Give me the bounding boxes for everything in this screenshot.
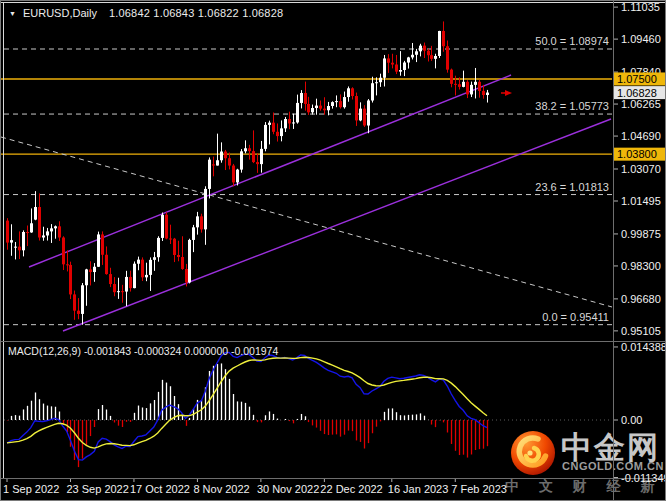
- price-tag-label: 1.07500: [617, 73, 657, 85]
- chart-window: 50.0 = 1.0897438.2 = 1.0577323.6 = 1.018…: [0, 0, 666, 501]
- price-axis-label: 1.06265: [621, 98, 661, 110]
- symbol-dropdown-icon[interactable]: ▼: [9, 10, 16, 17]
- price-axis-label: 1.01495: [621, 195, 661, 207]
- macd-axis-label: 0.00: [621, 414, 642, 426]
- ohlc-values: 1.06842 1.06843 1.06822 1.06828: [109, 7, 283, 19]
- price-tag-label: 1.03800: [617, 148, 657, 160]
- price-axis[interactable]: 1.110351.094601.078401.062651.046901.030…: [614, 1, 666, 337]
- date-axis-label: 30 Nov 2022: [257, 483, 319, 495]
- price-axis-label: 0.95105: [621, 325, 661, 337]
- axes-overlay: 1.110351.094601.078401.062651.046901.030…: [1, 1, 666, 501]
- date-axis-label: 17 Oct 2022: [130, 483, 190, 495]
- macd-axis-label: 0.014388: [621, 341, 666, 353]
- macd-axis[interactable]: 0.0143880.00-0.011349: [614, 341, 666, 484]
- date-axis-label: 23 Sep 2022: [66, 483, 128, 495]
- price-axis-label: 1.03070: [621, 163, 661, 175]
- symbol-timeframe-label: EURUSD,Daily: [23, 7, 97, 19]
- date-axis-label: 22 Dec 2022: [320, 483, 382, 495]
- price-axis-label: 0.98300: [621, 260, 661, 272]
- price-axis-label: 1.04690: [621, 130, 661, 142]
- price-axis-label: 1.11035: [621, 1, 660, 13]
- date-axis-label: 8 Nov 2022: [193, 483, 249, 495]
- time-axis[interactable]: 1 Sep 202223 Sep 202217 Oct 20228 Nov 20…: [3, 479, 507, 495]
- price-axis-label: 0.96680: [621, 293, 661, 305]
- macd-axis-label: -0.011349: [621, 472, 666, 484]
- price-axis-label: 1.09460: [621, 33, 661, 45]
- macd-values: -0.001843 -0.000324 0.000000 -0.001974: [84, 345, 278, 357]
- price-tag-label: 1.06828: [617, 87, 657, 99]
- price-axis-label: 0.99875: [621, 228, 661, 240]
- macd-indicator-label: MACD(12,26,9) -0.001843 -0.000324 0.0000…: [8, 345, 278, 357]
- date-axis-label: 1 Sep 2022: [3, 483, 59, 495]
- panel-frame: [1, 1, 666, 501]
- chart-header: ▼EURUSD,Daily1.06842 1.06843 1.06822 1.0…: [9, 7, 283, 19]
- date-axis-label: 7 Feb 2023: [451, 483, 507, 495]
- macd-name: MACD(12,26,9): [8, 345, 81, 357]
- date-axis-label: 16 Jan 2023: [388, 483, 449, 495]
